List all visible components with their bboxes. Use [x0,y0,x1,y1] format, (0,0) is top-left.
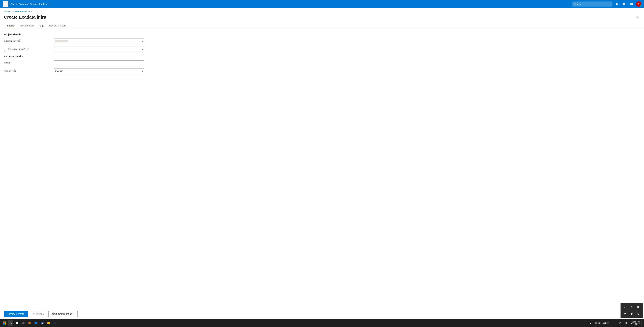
next-configuration-button[interactable]: Next: Configuration > [48,311,78,317]
start-button[interactable] [1,320,8,326]
tab-tags[interactable]: Tags [36,23,46,29]
breadcrumb-separator-1: › [11,10,12,12]
resource-group-required-star: * [24,48,25,50]
resource-group-info-icon[interactable]: i [26,47,28,50]
region-label: Region * i [4,69,51,72]
app-title: Oracle Database Service for Azure [10,3,570,5]
show-desktop-button[interactable] [641,320,643,326]
svg-point-7 [23,323,24,324]
region-info-icon[interactable]: i [13,69,16,72]
region-control-col: East US West US West Europe East Asia ▾ [54,68,144,74]
close-button[interactable]: ✕ [634,14,640,20]
clock-time: 2:46 PM [632,321,640,323]
taskbar-battery-icon[interactable] [623,320,629,326]
global-search-input[interactable] [572,1,612,6]
weather-sun-icon: ☀ [595,322,597,325]
region-label-col: Region * i [4,68,51,72]
region-select-wrapper: East US West US West Europe East Asia ▾ [54,68,144,74]
subscription-required-star: * [17,40,18,42]
taskbar-steam-icon[interactable] [52,320,58,326]
taskbar: W ▲ ☀ 71°F Sunny [0,319,644,327]
taskbar-outlook-icon[interactable] [33,320,39,326]
taskbar-tray-arrow-icon[interactable]: ▲ [587,320,593,326]
svg-rect-10 [35,322,37,324]
taskbar-network-icon[interactable] [617,320,623,326]
weather-temp: 71°F [598,322,602,324]
svg-rect-2 [4,4,7,5]
name-form-group: Name * [4,60,640,66]
weather-widget[interactable]: ☀ 71°F Sunny [594,322,610,325]
subscription-select-wrapper: ▾ [54,38,144,44]
subscription-info-icon[interactable]: i [18,39,21,42]
resource-group-select-wrapper: ▾ [54,46,144,52]
name-label-col: Name * [4,60,51,64]
taskbar-firefox-icon[interactable] [26,320,32,326]
resource-group-label: Resource group * i [8,47,28,50]
page-title: Create Exadata infra [4,14,46,20]
rg-indent-line [4,47,8,52]
topnav-icon-group: D [572,1,641,7]
top-navigation: Oracle Database Service for Azure D [0,0,644,8]
taskbar-task-view-icon[interactable] [14,320,20,326]
subscription-select[interactable] [54,38,144,44]
settings-gear-button[interactable] [621,1,627,7]
subscription-form-group: Subscription * i ▾ [4,38,640,44]
tray-icons-row: ▲ [587,320,593,326]
review-create-button[interactable]: Review + create [4,311,28,317]
system-tray-popup [620,303,643,318]
subscription-label-col: Subscription * i [4,38,51,42]
tab-review-create[interactable]: Review + create [46,23,69,29]
region-select[interactable]: East US West US West Europe East Asia [54,68,144,74]
breadcrumb-home-link[interactable]: Home [4,10,10,12]
breadcrumb: Home › Create a resource › [0,8,644,13]
network-tray-icon[interactable] [628,304,634,310]
taskbar-search-icon[interactable] [8,320,14,326]
tab-configuration[interactable]: Configuration [17,23,36,29]
breadcrumb-separator-2: › [31,10,32,12]
svg-rect-5 [3,323,4,325]
user-avatar[interactable]: D [636,1,641,7]
svg-rect-1 [4,3,7,4]
notification-bell-button[interactable] [614,1,620,7]
taskbar-speakers-icon[interactable] [610,320,616,326]
help-question-button[interactable] [628,1,634,7]
name-control-col [54,60,144,66]
weather-condition: Sunny [603,322,608,324]
svg-point-14 [54,323,56,324]
bluetooth-tray-icon[interactable] [622,304,628,310]
resource-group-label-col: Resource group * i [4,46,51,52]
project-details-section-title: Project details [4,33,640,36]
security-tray-icon[interactable] [628,311,634,317]
tab-basics[interactable]: Basics [4,23,17,29]
name-required-star: * [10,61,12,64]
hamburger-menu-button[interactable] [3,1,8,7]
region-form-group: Region * i East US West US West Europe E… [4,68,640,74]
taskbar-word-icon[interactable]: W [39,320,45,326]
snip-tray-icon[interactable] [635,311,641,317]
svg-text:W: W [42,322,43,324]
instance-details-section-title: Instance details [4,55,640,58]
svg-rect-3 [3,322,4,323]
name-label: Name * [4,61,51,64]
subscription-control-col: ▾ [54,38,144,44]
previous-button[interactable]: < Previous [29,311,47,317]
svg-rect-4 [5,322,6,323]
name-input[interactable] [54,60,144,66]
clock-date: 7/11/2022 [631,323,640,325]
taskbar-chrome-icon[interactable] [20,320,26,326]
wifi-tray-icon[interactable] [622,311,628,317]
system-clock[interactable]: 2:46 PM 7/11/2022 [630,321,641,325]
taskbar-files-icon[interactable] [46,320,52,326]
svg-point-9 [29,322,30,324]
page-header: Create Exadata infra ✕ [0,13,644,23]
region-required-star: * [12,70,12,72]
resource-group-select[interactable] [54,46,144,52]
bottom-action-bar: Review + create < Previous Next: Configu… [0,309,644,319]
form-content: Project details Subscription * i ▾ [0,29,644,309]
subscription-label: Subscription * i [4,39,51,42]
resource-group-form-group: Resource group * i ▾ [4,46,640,52]
breadcrumb-create-resource-link[interactable]: Create a resource [12,10,30,12]
main-content-area: Home › Create a resource › Create Exadat… [0,8,644,319]
clipboard-tray-icon[interactable] [635,304,641,310]
svg-rect-6 [5,323,6,325]
